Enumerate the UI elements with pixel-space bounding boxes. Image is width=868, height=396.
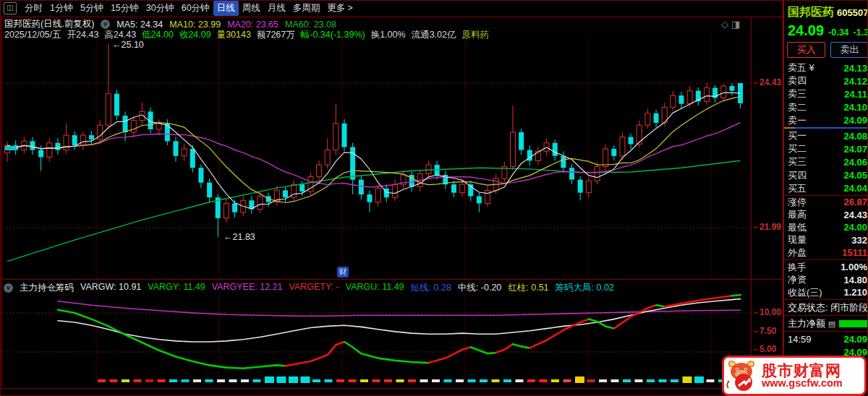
level-price: 24.08 [843, 131, 867, 142]
indicator-value: VARGW: 10.91 [80, 282, 141, 294]
quote-price-row: 24.09 -0.34 -1.39% [788, 22, 868, 39]
tick-row: 14:5924.09 [784, 332, 868, 345]
level-row[interactable]: 卖四24.12 [784, 74, 868, 87]
chart-corner-icons[interactable]: ◇◨ [721, 19, 743, 30]
stat-row: 换手1.00% [784, 261, 868, 274]
divider-bottom [1, 388, 783, 389]
level-label: 卖五 ¥ [788, 61, 814, 74]
logo-url: www.gscfw.com [762, 378, 843, 389]
level-row[interactable]: 买二24.07 [784, 142, 868, 155]
level-price: 24.10 [843, 102, 867, 113]
buy-levels: 买一24.08买二24.07买三24.06买四24.05买五24.04 [784, 129, 868, 195]
period-tab-更多 >[interactable]: 更多 > [323, 1, 357, 16]
list-icon[interactable]: ▤ [828, 319, 835, 328]
axis-label: 21.99 [754, 222, 781, 232]
divider-middle [1, 279, 783, 280]
period-tab-月线[interactable]: 月线 [264, 1, 289, 16]
sell-button[interactable]: 卖出 [830, 42, 868, 58]
split-window-icon[interactable]: ◨ [731, 19, 743, 30]
quote-info-item: 量30143 [217, 29, 251, 41]
period-tab-多周期[interactable]: 多周期 [289, 1, 324, 16]
period-toolbar: ◫ 分时1分钟5分钟15分钟30分钟60分钟日线周线月线多周期更多 > [0, 0, 782, 17]
tick-list: 14:5924.0924.09 [784, 332, 868, 358]
main-chart[interactable] [1, 38, 751, 279]
quote-info-item: 原料药 [461, 29, 489, 41]
indicator-value: VARGETY: - [289, 282, 339, 294]
period-tab-日线[interactable]: 日线 [213, 1, 239, 16]
level-row[interactable]: 买一24.08 [784, 129, 868, 142]
stat-value: 15111 [842, 247, 867, 258]
stat-value: 1.00% [841, 262, 867, 272]
quote-info-item: 2025/12/05/五 [4, 29, 61, 41]
quote-stats-1: 涨停26.87最高24.43最低24.00现量332外盘15111 [784, 196, 868, 259]
flow-bar [839, 320, 868, 327]
level-price: 24.09 [843, 115, 867, 126]
tick-time: 14:59 [788, 334, 812, 345]
site-logo: 股市财富网 www.gscfw.com [722, 356, 867, 396]
quote-info-item: 幅-0.34(-1.39%) [301, 29, 365, 41]
stat-label: 收益(三) [788, 286, 822, 299]
period-tab-15分钟[interactable]: 15分钟 [107, 1, 142, 16]
level-label: 买四 [788, 169, 807, 182]
level-price: 24.06 [843, 157, 867, 168]
stat-label: 净资 [788, 273, 807, 286]
main-flow-label: 主力净额 ▤ [788, 317, 835, 330]
buy-button[interactable]: 买入 [787, 42, 825, 58]
level-row[interactable]: 买五24.04 [784, 182, 868, 195]
level-row[interactable]: 买三24.06 [784, 155, 868, 168]
watermark-badge: 财 [337, 267, 349, 277]
level-label: 买二 [788, 142, 807, 155]
level-label: 卖四 [788, 74, 807, 87]
bid-ask-divider [784, 127, 868, 129]
level-row[interactable]: 卖三24.11 [784, 87, 868, 100]
period-tabs: 分时1分钟5分钟15分钟30分钟60分钟日线周线月线多周期更多 > [21, 1, 357, 16]
stat-label: 外盘 [788, 246, 807, 259]
quote-info-item: 额7267万 [257, 29, 295, 41]
stat-label: 涨停 [788, 196, 807, 209]
stat-label: 现量 [788, 233, 807, 246]
level-price: 24.13 [843, 63, 867, 74]
axis-label: 10.00 [754, 307, 781, 317]
indicator-chart[interactable] [1, 293, 751, 387]
stock-code: 605507 [837, 7, 868, 18]
ma-values: MA5: 24.34MA10: 23.99MA20: 23.65MA60: 23… [116, 20, 336, 30]
level-row[interactable]: 卖一24.09 [784, 114, 868, 127]
price-change-pct: -1.39% [854, 27, 868, 38]
indicator-value: 筹码大局: 0.02 [556, 282, 614, 294]
chevron-down-icon[interactable]: v [101, 20, 110, 29]
stock-name: 国邦医药 [788, 6, 834, 18]
period-tab-周线[interactable]: 周线 [239, 1, 264, 16]
period-tab-30分钟[interactable]: 30分钟 [142, 1, 178, 16]
indicator-value: 红柱: 0.51 [508, 282, 548, 294]
period-tab-60分钟[interactable]: 60分钟 [178, 1, 213, 16]
ma-value: MA20: 23.65 [227, 20, 278, 30]
chevron-down-icon[interactable]: v [4, 283, 13, 293]
level-price: 24.11 [844, 89, 867, 100]
level-row[interactable]: 卖五 ¥24.13 [784, 61, 868, 74]
period-tab-分时[interactable]: 分时 [21, 1, 46, 16]
price-marker-tag [5, 146, 16, 150]
quote-info-item: 流通3.02亿 [412, 29, 456, 41]
level-row[interactable]: 卖二24.10 [784, 101, 868, 114]
sell-levels: 卖五 ¥24.13卖四24.12卖三24.11卖二24.10卖一24.09 [784, 61, 868, 127]
quote-info-item: 换1.00% [371, 29, 406, 41]
level-label: 卖三 [788, 87, 807, 100]
indicator-values: VARGW: 10.91VARGY: 11.49VARGYEE: 12.21VA… [80, 282, 614, 294]
diamond-icon[interactable]: ◇ [721, 19, 731, 30]
indicator-value: 短线: 0.28 [411, 282, 451, 294]
indicator-header: v 主力持仓筹码 VARGW: 10.91VARGY: 11.49VARGYEE… [4, 282, 614, 294]
window-icon[interactable]: ◫ [4, 2, 17, 14]
quote-info-item: 开24.43 [67, 29, 99, 41]
period-tab-5分钟[interactable]: 5分钟 [77, 1, 107, 16]
last-price: 24.09 [788, 22, 824, 39]
quote-title: 国邦医药605507 [788, 5, 868, 20]
price-annotation: ←21.83 [224, 232, 255, 242]
indicator-value: VARGYEE: 12.21 [212, 282, 283, 294]
chart-right-border [751, 17, 752, 388]
period-tab-1分钟[interactable]: 1分钟 [46, 1, 77, 16]
level-label: 买一 [788, 129, 807, 142]
stat-value: 1.210 [843, 287, 867, 298]
level-row[interactable]: 买四24.05 [784, 169, 868, 182]
trade-status: 交易状态: 闭市阶段 [788, 301, 868, 314]
quote-info-item: 低24.00 [142, 29, 174, 41]
